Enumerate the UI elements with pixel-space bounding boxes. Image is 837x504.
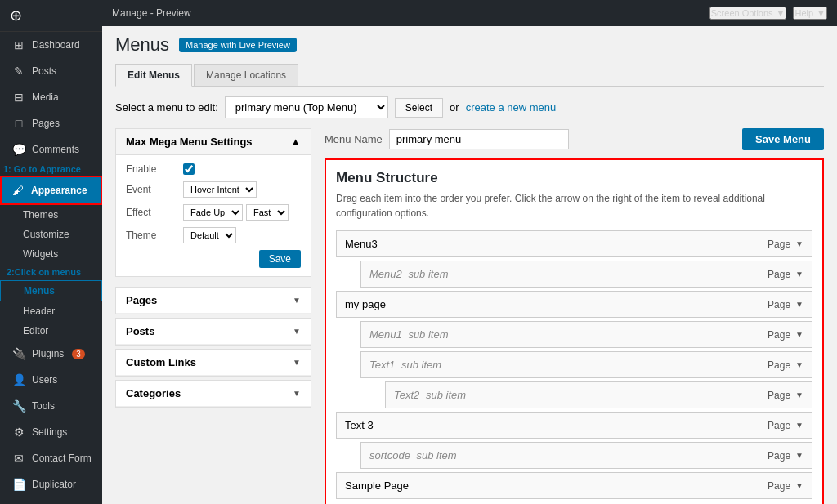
accordion-custom-links-arrow: ▼ bbox=[293, 358, 301, 367]
sidebar-item-label: Comments bbox=[32, 144, 79, 155]
sidebar-item-label: Plugins bbox=[32, 348, 64, 359]
menu-item-text1-sub[interactable]: Text1 sub item Page ▼ bbox=[360, 351, 812, 378]
sidebar-sub-editor[interactable]: Editor bbox=[0, 321, 102, 341]
menu-item-menu3-right: Page ▼ bbox=[768, 239, 803, 250]
live-preview-button[interactable]: Manage with Live Preview bbox=[179, 38, 297, 52]
sidebar-item-label: Tools bbox=[32, 400, 55, 412]
menu-item-menu3-arrow[interactable]: ▼ bbox=[795, 239, 803, 248]
topbar-title: Manage - Preview bbox=[112, 7, 191, 19]
or-text: or bbox=[450, 101, 459, 114]
sidebar-item-media[interactable]: ⊟ Media bbox=[0, 84, 102, 110]
sidebar-item-tools[interactable]: 🔧 Tools bbox=[0, 393, 102, 419]
menu-item-sample-page-name: Sample Page bbox=[345, 479, 409, 492]
media-icon: ⊟ bbox=[12, 91, 25, 104]
sidebar-item-plugins[interactable]: 🔌 Plugins 3 bbox=[0, 341, 102, 367]
create-new-menu-link[interactable]: create a new menu bbox=[466, 101, 557, 114]
menu-item-menu3-type: Page bbox=[768, 239, 790, 250]
menu-item-text2-sub-arrow[interactable]: ▼ bbox=[795, 390, 803, 399]
accordion-categories-header[interactable]: Categories ▼ bbox=[116, 381, 311, 407]
menu-item-text2-sub[interactable]: Text2 sub item Page ▼ bbox=[385, 381, 812, 408]
theme-row: Theme Default bbox=[126, 227, 301, 243]
posts-icon: ✎ bbox=[12, 65, 25, 78]
menu-structure-desc: Drag each item into the order you prefer… bbox=[336, 191, 812, 221]
menu-item-my-page-arrow[interactable]: ▼ bbox=[795, 300, 803, 309]
sidebar-item-users[interactable]: 👤 Users bbox=[0, 367, 102, 393]
sidebar-sub-widgets[interactable]: Widgets bbox=[0, 244, 102, 264]
sidebar-item-posts[interactable]: ✎ Posts bbox=[0, 58, 102, 84]
accordion-pages-header[interactable]: Pages ▼ bbox=[116, 288, 311, 314]
save-menu-button[interactable]: Save Menu bbox=[742, 128, 824, 150]
sidebar-sub-themes[interactable]: Themes bbox=[0, 205, 102, 225]
effect-speed-select[interactable]: Fast bbox=[246, 204, 289, 221]
screen-options-button[interactable]: Screen Options ▼ bbox=[709, 7, 787, 20]
enable-row: Enable bbox=[126, 163, 301, 175]
collapse-icon[interactable]: ▲ bbox=[290, 136, 301, 148]
menu-item-sample-page-arrow[interactable]: ▼ bbox=[795, 481, 803, 490]
menu-name-label: Menu Name bbox=[325, 133, 383, 145]
enable-label: Enable bbox=[126, 163, 183, 175]
users-icon: 👤 bbox=[12, 373, 25, 386]
menu-item-menu2-sub-label: sub item bbox=[408, 268, 448, 280]
help-button[interactable]: Help ▼ bbox=[793, 7, 827, 20]
menu-item-text2-sub-label: sub item bbox=[426, 389, 466, 401]
tab-manage-locations[interactable]: Manage Locations bbox=[194, 64, 298, 86]
mega-menu-save-button[interactable]: Save bbox=[259, 250, 301, 268]
sidebar-item-label: Users bbox=[32, 374, 57, 386]
effect-select[interactable]: Fade Up bbox=[183, 204, 243, 221]
sidebar-item-label: Duplicator bbox=[32, 479, 76, 490]
menu-item-sortcode-sub-arrow[interactable]: ▼ bbox=[795, 451, 803, 460]
sidebar-item-media2[interactable]: ⊟ Media bbox=[0, 497, 102, 504]
menu-name-left: Menu Name bbox=[325, 129, 569, 149]
menu-item-sample-page-right: Page ▼ bbox=[768, 480, 803, 492]
effect-row: Effect Fade Up Fast bbox=[126, 204, 301, 221]
menu-item-menu3[interactable]: Menu3 Page ▼ bbox=[336, 230, 812, 257]
event-select[interactable]: Hover Intent bbox=[183, 181, 257, 198]
menu-item-text3-arrow[interactable]: ▼ bbox=[795, 421, 803, 430]
sidebar-item-pages[interactable]: □ Pages bbox=[0, 110, 102, 136]
accordion-posts-header[interactable]: Posts ▼ bbox=[116, 319, 311, 345]
sidebar-item-label: Appearance bbox=[31, 185, 87, 196]
accordion-categories-arrow: ▼ bbox=[293, 389, 301, 398]
tools-icon: 🔧 bbox=[12, 399, 25, 413]
sidebar-sub-menus[interactable]: Menus bbox=[0, 280, 102, 301]
accordion-categories: Categories ▼ bbox=[115, 380, 311, 408]
theme-select[interactable]: Default bbox=[183, 227, 236, 243]
menu-item-text1-sub-arrow[interactable]: ▼ bbox=[795, 360, 803, 369]
menu-item-sample-page[interactable]: Sample Page Page ▼ bbox=[336, 472, 812, 499]
select-menu-label: Select a menu to edit: bbox=[115, 101, 218, 114]
dashboard-icon: ⊞ bbox=[12, 38, 25, 51]
menu-item-menu2-sub[interactable]: Menu2 sub item Page ▼ bbox=[360, 261, 812, 288]
menu-item-sortcode-sub[interactable]: sortcode sub item Page ▼ bbox=[360, 442, 812, 469]
wp-logo-icon: ⊕ bbox=[10, 7, 22, 25]
menu-item-menu2-sub-arrow[interactable]: ▼ bbox=[795, 270, 803, 279]
sidebar-item-duplicator[interactable]: 📄 Duplicator bbox=[0, 471, 102, 497]
menu-item-menu1-sub-arrow[interactable]: ▼ bbox=[795, 330, 803, 339]
menu-item-text3[interactable]: Text 3 Page ▼ bbox=[336, 412, 812, 439]
accordion-posts: Posts ▼ bbox=[115, 318, 311, 346]
topbar-right: Screen Options ▼ Help ▼ bbox=[709, 7, 827, 20]
menu-item-text2-sub-right: Page ▼ bbox=[768, 390, 803, 401]
menu-item-my-page[interactable]: my page Page ▼ bbox=[336, 291, 812, 318]
select-button[interactable]: Select bbox=[395, 98, 443, 118]
sidebar-item-settings[interactable]: ⚙ Settings bbox=[0, 419, 102, 445]
enable-checkbox[interactable] bbox=[183, 163, 195, 175]
sidebar-sub-header[interactable]: Header bbox=[0, 301, 102, 321]
annotation-go-to-appearance: 1: Go to Apprance bbox=[0, 163, 102, 176]
sidebar-sub-customize[interactable]: Customize bbox=[0, 225, 102, 244]
main-content: Manage - Preview Screen Options ▼ Help ▼… bbox=[102, 0, 837, 504]
menu-item-text1-sub-name: Text1 sub item bbox=[369, 359, 441, 371]
mega-menu-header: Max Mega Menu Settings ▲ bbox=[116, 129, 311, 155]
menu-item-text3-right: Page ▼ bbox=[768, 420, 803, 431]
accordion-custom-links-header[interactable]: Custom Links ▼ bbox=[116, 350, 311, 376]
menu-name-input[interactable] bbox=[389, 129, 569, 149]
sidebar-item-comments[interactable]: 💬 Comments bbox=[0, 136, 102, 163]
sidebar-item-appearance[interactable]: 🖌 Appearance bbox=[0, 176, 102, 205]
select-menu-row: Select a menu to edit: primary menu (Top… bbox=[115, 96, 824, 118]
menu-select[interactable]: primary menu (Top Menu) bbox=[225, 96, 388, 118]
tab-edit-menus[interactable]: Edit Menus bbox=[115, 64, 192, 87]
effect-value: Fade Up Fast bbox=[183, 204, 301, 221]
sidebar-item-contact-form[interactable]: ✉ Contact Form bbox=[0, 445, 102, 471]
menu-item-menu1-sub[interactable]: Menu1 sub item Page ▼ bbox=[360, 321, 812, 348]
settings-icon: ⚙ bbox=[12, 426, 25, 439]
sidebar-item-dashboard[interactable]: ⊞ Dashboard bbox=[0, 32, 102, 58]
